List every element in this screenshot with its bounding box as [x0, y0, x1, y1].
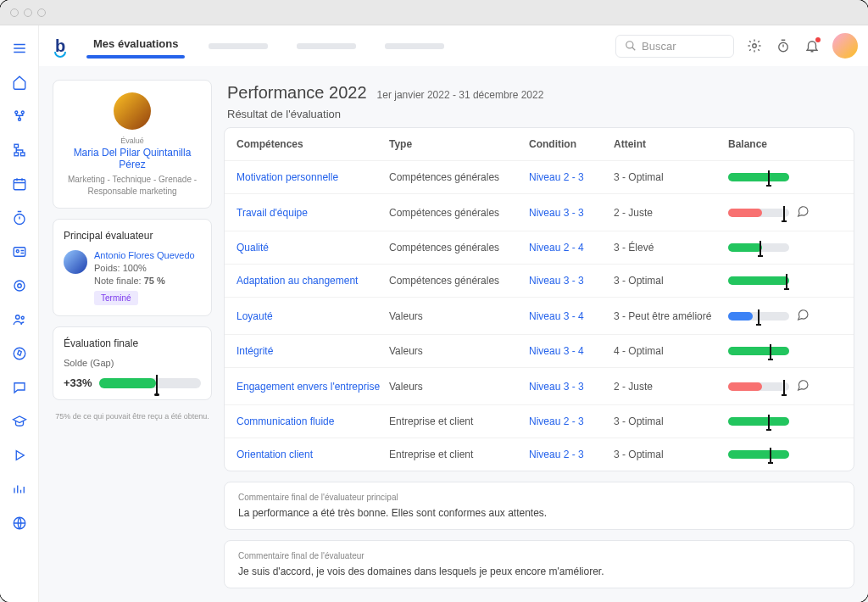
type-cell: Compétences générales [389, 242, 529, 254]
evaluator-name-link[interactable]: Antonio Flores Quevedo [94, 250, 195, 260]
table-row: Communication fluideEntreprise et client… [225, 405, 854, 438]
tab-placeholder[interactable] [385, 43, 444, 49]
competency-link[interactable]: Communication fluide [236, 415, 389, 427]
condition-link[interactable]: Niveau 3 - 3 [529, 207, 614, 219]
competency-link[interactable]: Engagement envers l'entreprise [236, 381, 389, 393]
table-row: Orientation clientEntreprise et clientNi… [225, 438, 854, 471]
comment-card: Commentaire final de l'évaluateur princi… [224, 482, 854, 530]
menu-icon[interactable] [12, 41, 27, 56]
balance-bar [728, 450, 789, 459]
chart-icon[interactable] [12, 482, 27, 497]
attained-cell: 3 - Optimal [614, 449, 728, 460]
svg-point-14 [14, 348, 25, 360]
app-logo[interactable]: b [49, 35, 71, 57]
svg-point-11 [17, 284, 21, 288]
calendar-icon[interactable] [12, 176, 27, 192]
balance-bar [728, 209, 789, 217]
profile-name-link[interactable]: Maria Del Pilar Quintanilla Pérez [64, 147, 201, 170]
profile-avatar [114, 92, 151, 130]
condition-link[interactable]: Niveau 3 - 4 [529, 310, 614, 322]
compass-icon[interactable] [12, 346, 27, 361]
sidebar-rail [0, 25, 39, 602]
balance-bar [728, 347, 789, 355]
target-icon[interactable] [12, 278, 27, 293]
final-eval-card: Évaluation finale Solde (Gap) +33% [53, 326, 212, 400]
svg-point-1 [21, 111, 24, 114]
attained-cell: 2 - Juste [614, 381, 728, 393]
home-icon[interactable] [12, 75, 27, 90]
competency-link[interactable]: Travail d'équipe [236, 207, 389, 219]
profile-meta: Marketing - Technique - Grenade - Respon… [64, 174, 201, 198]
condition-link[interactable]: Niveau 2 - 3 [529, 171, 614, 183]
type-cell: Compétences générales [389, 171, 529, 183]
svg-point-12 [15, 315, 19, 320]
evaluee-label: Évalué [64, 137, 201, 145]
competency-link[interactable]: Orientation client [236, 449, 389, 460]
type-cell: Entreprise et client [389, 415, 529, 427]
table-row: Travail d'équipeCompétences généralesNiv… [225, 194, 854, 231]
competency-link[interactable]: Motivation personnelle [236, 171, 389, 183]
col-competences: Compétences [236, 138, 389, 150]
attained-cell: 2 - Juste [614, 207, 728, 219]
condition-link[interactable]: Niveau 2 - 3 [529, 449, 614, 460]
condition-link[interactable]: Niveau 2 - 4 [529, 242, 614, 254]
competency-link[interactable]: Adaptation au changement [236, 275, 389, 287]
stopwatch-icon[interactable] [775, 37, 792, 54]
condition-link[interactable]: Niveau 3 - 4 [529, 345, 614, 357]
svg-point-0 [14, 111, 17, 114]
tab-placeholder[interactable] [297, 43, 356, 49]
table-row: IntégritéValeursNiveau 3 - 44 - Optimal [225, 335, 854, 368]
hierarchy-icon[interactable] [12, 142, 27, 158]
comment-icon[interactable] [796, 308, 821, 324]
user-avatar[interactable] [832, 33, 858, 59]
comment-icon[interactable] [796, 204, 821, 220]
window-min-dot[interactable] [24, 8, 32, 17]
comment-icon[interactable] [796, 378, 821, 394]
col-balance: Balance [728, 138, 796, 150]
table-row: Adaptation au changementCompétences géné… [225, 265, 854, 298]
competency-link[interactable]: Qualité [236, 242, 389, 254]
tab-label: Mes évaluations [86, 34, 185, 53]
education-icon[interactable] [12, 414, 27, 429]
svg-rect-5 [20, 153, 25, 156]
balance-bar [728, 173, 789, 181]
svg-point-13 [21, 316, 24, 319]
col-atteint: Atteint [614, 138, 728, 150]
comment-card: Commentaire final de l'évaluateurJe suis… [224, 540, 854, 588]
page-dates: 1er janvier 2022 - 31 décembre 2022 [377, 89, 544, 101]
window-close-dot[interactable] [10, 8, 19, 17]
condition-link[interactable]: Niveau 3 - 3 [529, 275, 614, 287]
balance-bar [728, 276, 789, 285]
table-header: Compétences Type Condition Atteint Balan… [225, 128, 854, 161]
table-row: QualitéCompétences généralesNiveau 2 - 4… [225, 231, 854, 265]
type-cell: Compétences générales [389, 275, 529, 287]
settings-icon[interactable] [746, 37, 763, 54]
svg-point-17 [753, 44, 757, 48]
globe-icon[interactable] [12, 516, 27, 531]
page-subtitle: Résultat de l'évaluation [224, 108, 854, 127]
chat-icon[interactable] [12, 380, 27, 395]
condition-link[interactable]: Niveau 2 - 3 [529, 415, 614, 427]
competency-link[interactable]: Loyauté [236, 310, 389, 322]
condition-link[interactable]: Niveau 3 - 3 [529, 381, 614, 393]
balance-bar [728, 243, 789, 252]
search-placeholder: Buscar [642, 40, 676, 53]
type-cell: Valeurs [389, 345, 529, 357]
search-icon [625, 40, 637, 52]
profile-card: Évalué Maria Del Pilar Quintanilla Pérez… [53, 80, 212, 209]
tab-evaluations[interactable]: Mes évaluations [86, 34, 185, 59]
type-cell: Valeurs [389, 381, 529, 393]
org-icon[interactable] [12, 109, 27, 124]
timer-icon[interactable] [12, 210, 27, 226]
bell-icon[interactable] [804, 37, 821, 54]
play-icon[interactable] [12, 448, 27, 463]
competency-link[interactable]: Intégrité [236, 345, 389, 357]
users-icon[interactable] [12, 312, 27, 327]
window-max-dot[interactable] [37, 8, 46, 17]
attained-cell: 3 - Élevé [614, 242, 728, 254]
topbar: b Mes évaluations Buscar [39, 25, 868, 66]
svg-rect-8 [14, 248, 25, 257]
id-icon[interactable] [12, 244, 27, 259]
tab-placeholder[interactable] [209, 43, 268, 49]
search-input[interactable]: Buscar [615, 35, 734, 58]
